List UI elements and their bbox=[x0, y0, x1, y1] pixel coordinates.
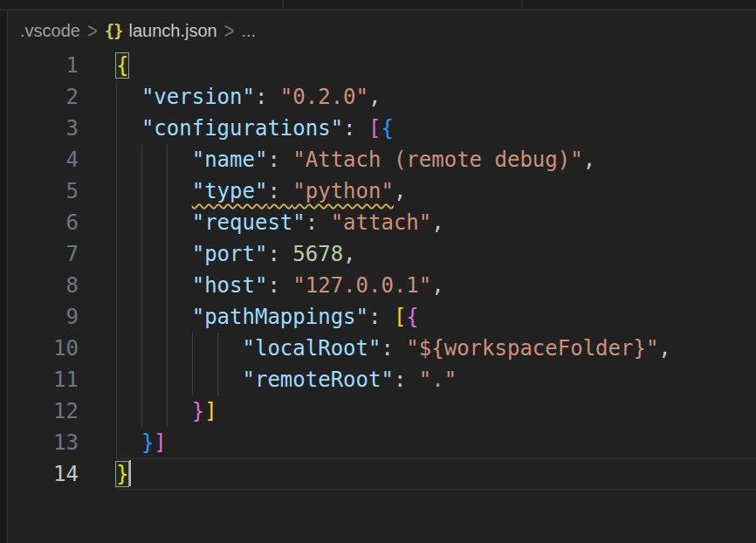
matched-bracket: { bbox=[116, 53, 128, 78]
code-line-6[interactable]: 6 "request": "attach", bbox=[8, 207, 756, 238]
warning-squiggle: "type": "python" bbox=[192, 179, 394, 203]
line-number[interactable]: 7 bbox=[8, 238, 116, 270]
line-number[interactable]: 3 bbox=[8, 113, 116, 144]
line-number[interactable]: 13 bbox=[8, 427, 116, 458]
line-number[interactable]: 12 bbox=[8, 395, 116, 427]
token: : bbox=[368, 305, 394, 329]
code-line-2[interactable]: 2 "version": "0.2.0", bbox=[8, 81, 756, 113]
line-number[interactable]: 5 bbox=[8, 175, 116, 207]
line-number[interactable]: 11 bbox=[8, 364, 116, 395]
indent-guide bbox=[217, 333, 218, 364]
token: ] bbox=[154, 430, 166, 455]
vscode-window: .vscode > {} launch.json > ... 1{2 "vers… bbox=[0, 0, 756, 543]
code-line-7[interactable]: 7 "port": 5678, bbox=[8, 238, 756, 270]
indent-guide bbox=[141, 175, 142, 207]
token: ] bbox=[204, 399, 216, 423]
code-line-8[interactable]: 8 "host": "127.0.0.1", bbox=[8, 270, 756, 301]
token: "Attach (remote debug)" bbox=[292, 148, 582, 172]
token: "port" bbox=[192, 242, 268, 266]
breadcrumb-symbol[interactable]: ... bbox=[241, 21, 256, 41]
token: : bbox=[267, 148, 292, 172]
json-braces-icon: {} bbox=[105, 21, 123, 40]
code-editor[interactable]: 1{2 "version": "0.2.0",3 "configurations… bbox=[8, 50, 756, 543]
code-line-3[interactable]: 3 "configurations": [{ bbox=[8, 113, 756, 144]
indent-guide bbox=[167, 238, 168, 270]
indent-guide bbox=[141, 238, 142, 270]
code-line-12[interactable]: 12 }] bbox=[8, 395, 756, 427]
token: "pathMappings" bbox=[192, 305, 368, 329]
line-number[interactable]: 1 bbox=[8, 50, 116, 81]
token: : bbox=[343, 116, 368, 141]
indent-guide bbox=[192, 364, 193, 395]
indent-guide bbox=[141, 395, 142, 427]
line-number[interactable]: 9 bbox=[8, 301, 116, 333]
token: "localRoot" bbox=[243, 336, 381, 361]
code-line-4[interactable]: 4 "name": "Attach (remote debug)", bbox=[8, 144, 756, 175]
indent-guide bbox=[192, 333, 193, 364]
line-number[interactable]: 6 bbox=[8, 207, 116, 238]
breadcrumb-folder[interactable]: .vscode bbox=[20, 21, 80, 41]
code-line-5[interactable]: 5 "type": "python", bbox=[8, 175, 756, 207]
code-content: "localRoot": "${workspaceFolder}", bbox=[116, 333, 756, 364]
indent-guide bbox=[141, 364, 142, 395]
token: "${workspaceFolder}" bbox=[406, 336, 658, 361]
line-number[interactable]: 8 bbox=[8, 270, 116, 301]
token: "attach" bbox=[331, 210, 432, 235]
indent-guide bbox=[141, 207, 142, 238]
token: , bbox=[583, 148, 595, 172]
token: : bbox=[381, 336, 406, 361]
code-content: "name": "Attach (remote debug)", bbox=[116, 144, 756, 175]
indent-guide bbox=[167, 333, 168, 364]
code-content: }] bbox=[116, 395, 756, 427]
indent-guide bbox=[116, 301, 117, 333]
indent-guide bbox=[116, 427, 117, 458]
token: , bbox=[394, 179, 406, 203]
indent-guide bbox=[116, 175, 117, 207]
code-content: { bbox=[116, 50, 756, 81]
code-line-1[interactable]: 1{ bbox=[8, 50, 756, 81]
code-content: "host": "127.0.0.1", bbox=[116, 270, 756, 301]
code-line-13[interactable]: 13 }] bbox=[8, 427, 756, 458]
token: "version" bbox=[141, 85, 255, 109]
indent-guide bbox=[116, 207, 117, 238]
tab-bar[interactable] bbox=[0, 0, 756, 10]
code-content: "configurations": [{ bbox=[116, 113, 756, 144]
code-line-14[interactable]: 14} bbox=[8, 458, 756, 490]
tab-separator bbox=[521, 0, 523, 9]
code-content: "version": "0.2.0", bbox=[116, 81, 756, 113]
line-number[interactable]: 4 bbox=[8, 144, 116, 175]
line-number[interactable]: 2 bbox=[8, 81, 116, 113]
code-line-9[interactable]: 9 "pathMappings": [{ bbox=[8, 301, 756, 333]
token: : bbox=[267, 179, 292, 203]
indent-guide bbox=[116, 113, 117, 144]
indent-guide bbox=[116, 364, 117, 395]
token: "127.0.0.1" bbox=[292, 273, 431, 298]
indent-guide bbox=[141, 270, 142, 301]
token: "python" bbox=[292, 179, 394, 203]
indent-guide bbox=[116, 333, 117, 364]
indent-guide bbox=[116, 395, 117, 427]
indent-guide bbox=[116, 81, 117, 113]
token: } bbox=[141, 430, 154, 455]
code-line-10[interactable]: 10 "localRoot": "${workspaceFolder}", bbox=[8, 333, 756, 364]
token: , bbox=[343, 242, 355, 266]
code-content: "port": 5678, bbox=[116, 238, 756, 270]
line-number[interactable]: 10 bbox=[8, 333, 116, 364]
token: : bbox=[306, 210, 331, 235]
token: "host" bbox=[192, 273, 268, 298]
indent-guide bbox=[116, 144, 117, 175]
tab-separator bbox=[282, 0, 284, 9]
code-content: "type": "python", bbox=[116, 175, 756, 207]
chevron-right-icon: > bbox=[87, 18, 98, 44]
code-content: "request": "attach", bbox=[116, 207, 756, 238]
code-content: "remoteRoot": "." bbox=[116, 364, 756, 395]
token: : bbox=[267, 242, 292, 266]
code-line-11[interactable]: 11 "remoteRoot": "." bbox=[8, 364, 756, 395]
line-number[interactable]: 14 bbox=[8, 458, 116, 490]
token: "configurations" bbox=[141, 116, 343, 141]
code-content: } bbox=[116, 458, 756, 490]
token: "0.2.0" bbox=[280, 85, 368, 109]
breadcrumb-file[interactable]: launch.json bbox=[129, 21, 217, 41]
token: [ bbox=[368, 116, 381, 141]
indent-guide bbox=[167, 395, 168, 427]
